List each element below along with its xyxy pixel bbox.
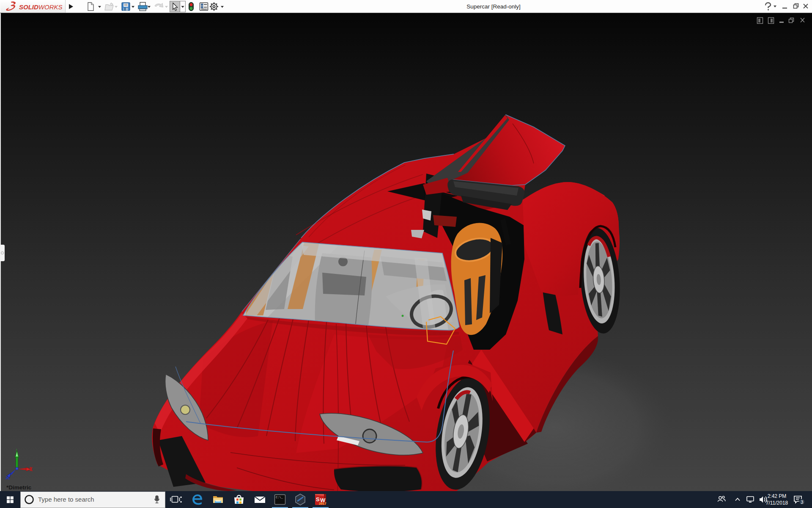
svg-text:C:\_: C:\_ (276, 496, 283, 499)
svg-text:2017: 2017 (319, 502, 326, 505)
svg-text:3: 3 (801, 500, 803, 505)
